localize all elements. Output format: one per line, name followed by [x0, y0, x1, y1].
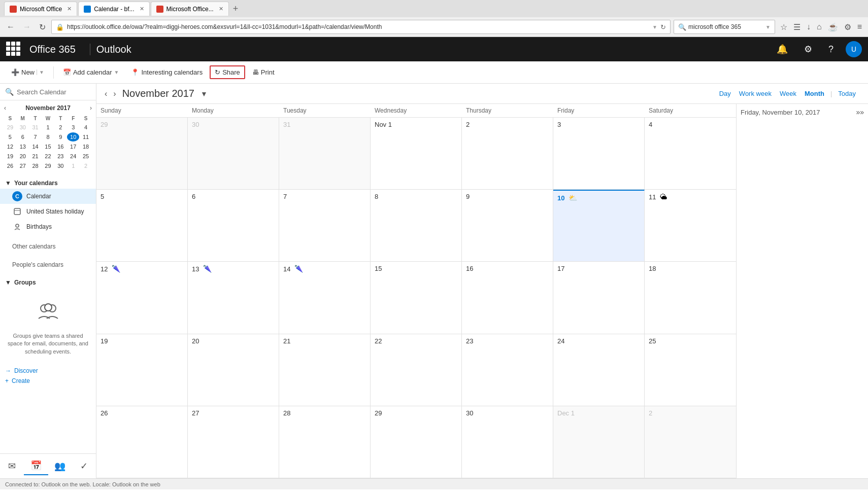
discover-link[interactable]: → Discover [0, 366, 96, 376]
mini-day-31-oct[interactable]: 31 [29, 123, 42, 132]
mini-day-20[interactable]: 20 [17, 152, 29, 161]
tab-close-2[interactable]: ✕ [140, 6, 144, 12]
cal-cell-29-oct[interactable]: 29 [96, 118, 188, 189]
cal-cell-17[interactable]: 17 [553, 262, 645, 333]
cal-cell-31-oct[interactable]: 31 [279, 118, 371, 189]
cal-cell-20[interactable]: 20 [188, 334, 279, 406]
mini-day-1[interactable]: 1 [42, 123, 54, 132]
new-button[interactable]: ➕ New ▼ [6, 65, 49, 79]
cal-cell-dec1[interactable]: Dec 1 [553, 406, 645, 478]
mini-day-16[interactable]: 16 [54, 142, 66, 151]
mini-day-22[interactable]: 22 [42, 152, 54, 161]
tab-microsoft-office-3[interactable]: Microsoft Office... ✕ [151, 2, 229, 16]
mini-day-25[interactable]: 25 [80, 152, 92, 161]
groups-header[interactable]: ▼ Groups [0, 277, 96, 288]
right-panel-expand-button[interactable]: »» [856, 108, 864, 116]
address-bar[interactable]: 🔒 https://outlook.office.de/owa/?realm=d… [51, 20, 671, 34]
tab-calendar[interactable]: Calendar - bf... ✕ [78, 2, 149, 16]
view-day-button[interactable]: Day [715, 88, 735, 99]
mini-day-27[interactable]: 27 [17, 161, 29, 170]
share-button[interactable]: ↻ Share [210, 65, 245, 79]
cal-month-dropdown[interactable]: ▼ [201, 90, 208, 98]
cal-cell-6[interactable]: 6 [188, 190, 279, 261]
cal-cell-16[interactable]: 16 [462, 262, 553, 333]
cal-cell-26[interactable]: 26 [96, 406, 188, 478]
mini-day-8[interactable]: 8 [42, 132, 54, 142]
home-button[interactable]: ⌂ [815, 21, 824, 32]
mini-day-28[interactable]: 28 [29, 161, 42, 170]
cal-prev-button[interactable]: ‹ [105, 89, 107, 98]
mini-day-2-dec[interactable]: 2 [80, 161, 92, 170]
cal-cell-5[interactable]: 5 [96, 190, 188, 261]
calendar-item-birthdays[interactable]: Birthdays [0, 219, 96, 234]
cal-cell-28[interactable]: 28 [279, 406, 371, 478]
waffle-menu[interactable] [6, 42, 21, 57]
new-tab-button[interactable]: + [230, 4, 242, 14]
cal-cell-9[interactable]: 9 [462, 190, 553, 261]
peoples-calendars-item[interactable]: People's calendars [0, 259, 96, 271]
shield-button[interactable]: ☕ [826, 21, 840, 33]
cal-cell-30-oct[interactable]: 30 [188, 118, 279, 189]
view-month-button[interactable]: Month [800, 88, 828, 99]
mini-day-3[interactable]: 3 [67, 123, 79, 132]
mini-day-24[interactable]: 24 [67, 152, 79, 161]
cal-cell-8[interactable]: 8 [371, 190, 462, 261]
your-calendars-header[interactable]: ▼ Your calendars [0, 178, 96, 189]
mini-day-2[interactable]: 2 [54, 123, 66, 132]
people-nav-button[interactable]: 👥 [48, 457, 72, 475]
mini-day-4[interactable]: 4 [80, 123, 92, 132]
cal-cell-dec2[interactable]: 2 [645, 406, 736, 478]
tab-microsoft-office-1[interactable]: Microsoft Office ✕ [4, 2, 77, 16]
mini-day-18[interactable]: 18 [80, 142, 92, 151]
forward-button[interactable]: → [20, 21, 34, 32]
download-button[interactable]: ↓ [805, 21, 813, 32]
cal-cell-nov1[interactable]: Nov 1 [371, 118, 462, 189]
mail-nav-button[interactable]: ✉ [0, 457, 24, 475]
help-button[interactable]: ? [824, 42, 838, 57]
add-calendar-button[interactable]: 📅 Add calendar ▼ [58, 65, 124, 79]
other-calendars-item[interactable]: Other calendars [0, 240, 96, 253]
mini-day-11[interactable]: 11 [80, 132, 92, 142]
mini-day-15[interactable]: 15 [42, 142, 54, 151]
cal-cell-10[interactable]: 10 ⛅ [553, 190, 645, 261]
calendar-item-calendar[interactable]: C Calendar [0, 189, 96, 204]
refresh-button[interactable]: ↻ [37, 21, 48, 33]
cal-cell-14[interactable]: 14 🌂 [279, 262, 371, 333]
tab-close-3[interactable]: ✕ [219, 6, 223, 12]
mini-day-1-dec[interactable]: 1 [67, 161, 79, 170]
cal-cell-22[interactable]: 22 [371, 334, 462, 406]
cal-cell-11[interactable]: 11 🌥 [645, 190, 736, 261]
cal-cell-2[interactable]: 2 [462, 118, 553, 189]
cal-cell-3[interactable]: 3 [553, 118, 645, 189]
cal-cell-27[interactable]: 27 [188, 406, 279, 478]
mini-day-9[interactable]: 9 [54, 132, 66, 142]
mini-day-17[interactable]: 17 [67, 142, 79, 151]
mini-day-12[interactable]: 12 [4, 142, 16, 151]
calendar-nav-button[interactable]: 📅 [24, 457, 48, 475]
cal-cell-21[interactable]: 21 [279, 334, 371, 406]
notifications-button[interactable]: 🔔 [773, 42, 792, 57]
mini-cal-prev[interactable]: ‹ [4, 104, 6, 112]
cal-cell-12[interactable]: 12 🌂 [96, 262, 188, 333]
cal-cell-24[interactable]: 24 [553, 334, 645, 406]
cal-cell-15[interactable]: 15 [371, 262, 462, 333]
cal-cell-23[interactable]: 23 [462, 334, 553, 406]
mini-day-29[interactable]: 29 [42, 161, 54, 170]
cal-cell-30[interactable]: 30 [462, 406, 553, 478]
cal-next-button[interactable]: › [113, 89, 116, 98]
mini-day-7[interactable]: 7 [29, 132, 42, 142]
cal-cell-19[interactable]: 19 [96, 334, 188, 406]
mini-day-30-oct[interactable]: 30 [17, 123, 29, 132]
refresh-icon[interactable]: ↻ [660, 23, 666, 31]
mini-day-30[interactable]: 30 [54, 161, 66, 170]
view-workweek-button[interactable]: Work week [735, 88, 776, 99]
mini-day-21[interactable]: 21 [29, 152, 42, 161]
mini-day-26[interactable]: 26 [4, 161, 16, 170]
cal-cell-7[interactable]: 7 [279, 190, 371, 261]
user-avatar[interactable]: U [846, 41, 862, 57]
menu-button[interactable]: ≡ [855, 21, 864, 32]
print-button[interactable]: 🖶 Print [247, 65, 280, 79]
mini-day-10[interactable]: 10 [67, 132, 79, 142]
view-week-button[interactable]: Week [776, 88, 800, 99]
create-link[interactable]: + Create [0, 376, 96, 386]
